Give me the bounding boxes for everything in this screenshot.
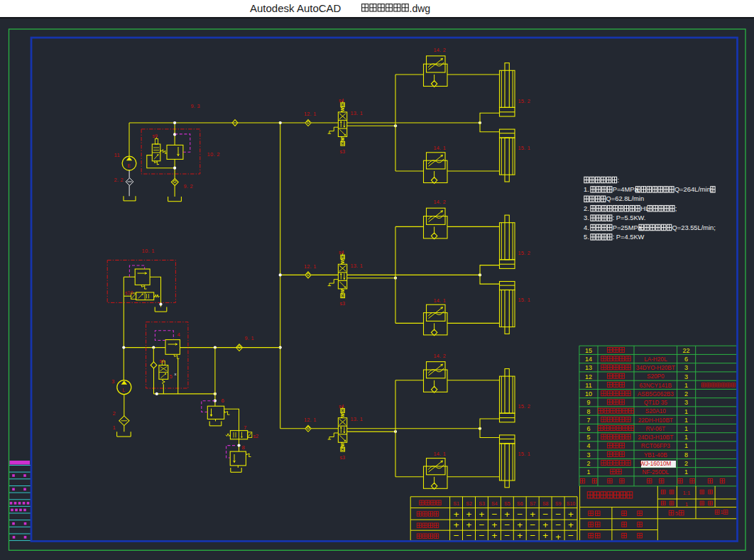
svg-text:S20A10: S20A10 <box>645 408 667 414</box>
svg-text:s10: s10 <box>125 290 133 295</box>
svg-text:34DYO-H20BT: 34DYO-H20BT <box>636 365 675 371</box>
svg-text:S7: S7 <box>530 501 536 506</box>
svg-text:s4: s4 <box>339 98 344 103</box>
svg-text:+: + <box>517 530 523 541</box>
svg-text:Q=264L/min;: Q=264L/min; <box>674 186 713 193</box>
svg-text:s3: s3 <box>340 149 346 154</box>
svg-text:NF-250DL: NF-250DL <box>642 469 669 476</box>
svg-text:+: + <box>542 530 548 541</box>
svg-text:S8: S8 <box>542 501 549 506</box>
svg-text:10. 1: 10. 1 <box>142 248 155 254</box>
svg-text:+: + <box>454 509 459 520</box>
svg-text:4: 4 <box>586 442 590 449</box>
svg-text:S10: S10 <box>567 501 576 506</box>
svg-text:+: + <box>466 509 472 520</box>
svg-text:14: 14 <box>585 356 592 363</box>
svg-text:15. 1: 15. 1 <box>518 145 531 151</box>
svg-text:1: 1 <box>684 468 688 476</box>
svg-text:−: − <box>530 520 535 530</box>
svg-text:E: E <box>127 163 131 168</box>
svg-text:+: + <box>517 520 523 530</box>
svg-text:14. 2: 14. 2 <box>434 199 447 205</box>
svg-text:8: 8 <box>242 444 245 451</box>
svg-text:+: + <box>491 520 497 530</box>
svg-text:s3: s3 <box>340 455 346 460</box>
svg-text:2. 2: 2. 2 <box>114 177 124 183</box>
svg-text:+: + <box>491 530 497 541</box>
svg-text:−: − <box>504 520 510 530</box>
svg-text:+: + <box>504 509 510 520</box>
svg-text:12. 1: 12. 1 <box>304 111 317 117</box>
svg-text:S1: S1 <box>453 501 459 506</box>
svg-text:−: − <box>555 520 561 530</box>
svg-text:+: + <box>568 520 574 530</box>
svg-text:−: − <box>555 509 561 520</box>
svg-text:S6: S6 <box>517 501 523 506</box>
svg-text:9. 1: 9. 1 <box>245 335 254 341</box>
svg-text:15. 2: 15. 2 <box>518 403 531 410</box>
svg-text:2.: 2. <box>584 205 589 212</box>
svg-text:2: 2 <box>684 390 688 397</box>
svg-text:13. 1: 13. 1 <box>351 110 364 116</box>
svg-text:s3: s3 <box>340 301 346 306</box>
svg-text:S3: S3 <box>479 501 485 506</box>
svg-text:RV-06T: RV-06T <box>645 426 665 432</box>
svg-text:1: 1 <box>684 434 688 441</box>
svg-text:1: 1 <box>586 468 590 476</box>
svg-text:S4: S4 <box>491 501 498 506</box>
svg-text:3: 3 <box>684 373 688 380</box>
svg-text:3.: 3. <box>584 214 589 221</box>
svg-text:6: 6 <box>684 356 688 363</box>
svg-text:2: 2 <box>684 460 688 467</box>
svg-text:5: 5 <box>675 510 679 517</box>
svg-text:15: 15 <box>585 347 592 354</box>
svg-text:10. 2: 10. 2 <box>207 151 220 158</box>
svg-text:RCT06FP3: RCT06FP3 <box>641 443 670 449</box>
svg-text:14. 2: 14. 2 <box>434 47 447 53</box>
svg-text:6: 6 <box>222 397 224 404</box>
svg-text:1: 1 <box>684 425 688 432</box>
svg-text:;: ; <box>675 205 677 212</box>
svg-text:−: − <box>479 520 485 530</box>
svg-text:x: x <box>175 372 177 376</box>
svg-text:15. 2: 15. 2 <box>518 250 531 256</box>
svg-text:+: + <box>542 520 548 530</box>
svg-text:12: 12 <box>585 373 592 380</box>
svg-text:14. 2: 14. 2 <box>434 353 447 359</box>
svg-text:1: 1 <box>720 509 723 515</box>
svg-text:10: 10 <box>585 390 592 397</box>
svg-text:9. 3: 9. 3 <box>191 103 200 109</box>
svg-text:−: − <box>454 530 459 541</box>
svg-text:−: − <box>504 530 510 541</box>
svg-text:L: L <box>122 388 125 392</box>
svg-text:9: 9 <box>586 399 590 406</box>
svg-text:6: 6 <box>586 425 590 432</box>
svg-text:+: + <box>530 509 535 520</box>
svg-text:8: 8 <box>586 408 590 415</box>
svg-text:14. 1: 14. 1 <box>434 297 447 304</box>
svg-text:14. 1: 14. 1 <box>434 145 447 151</box>
svg-text:11: 11 <box>114 152 120 158</box>
svg-text:1: 1 <box>684 417 688 424</box>
svg-text:15. 2: 15. 2 <box>518 98 531 104</box>
svg-text:15. 1: 15. 1 <box>518 297 531 303</box>
svg-text:3: 3 <box>111 378 114 385</box>
svg-text:2: 2 <box>586 460 590 467</box>
svg-text:S20P0: S20P0 <box>647 373 665 380</box>
svg-text:1: 1 <box>684 408 688 415</box>
svg-text:Q=62.8L/min: Q=62.8L/min <box>606 195 645 202</box>
svg-text:8: 8 <box>684 451 688 459</box>
svg-text:+: + <box>466 520 472 530</box>
svg-text:YB1-40B: YB1-40B <box>644 452 667 459</box>
svg-text:−: − <box>479 530 485 541</box>
svg-text:+: + <box>479 509 485 520</box>
svg-text:s2: s2 <box>253 434 259 439</box>
svg-text:7: 7 <box>244 424 246 431</box>
svg-text:S5: S5 <box>504 501 510 506</box>
svg-text:1: 1 <box>685 501 688 507</box>
svg-text:9. 2: 9. 2 <box>184 183 193 190</box>
svg-text:s4: s4 <box>339 404 344 409</box>
svg-text:−: − <box>568 530 574 541</box>
svg-text:3: 3 <box>684 399 688 406</box>
svg-text:13. 1: 13. 1 <box>351 263 364 269</box>
